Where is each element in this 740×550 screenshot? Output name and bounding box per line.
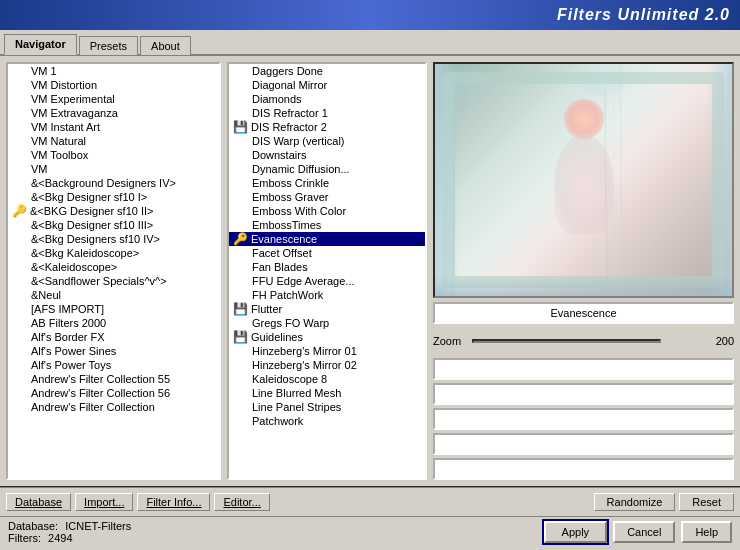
list-item[interactable]: AB Filters 2000 [8, 316, 219, 330]
cancel-button[interactable]: Cancel [613, 521, 675, 543]
database-value: ICNET-Filters [65, 520, 131, 532]
list-item[interactable]: Alf's Power Toys [8, 358, 219, 372]
list-item[interactable]: Hinzeberg's Mirror 02 [229, 358, 425, 372]
list-item[interactable]: VM [8, 162, 219, 176]
list-item[interactable]: Andrew's Filter Collection [8, 400, 219, 414]
list-item[interactable]: &<Bkg Designers sf10 IV> [8, 232, 219, 246]
list-item[interactable]: VM Extravaganza [8, 106, 219, 120]
tab-about[interactable]: About [140, 36, 191, 55]
list-item[interactable]: 💾Guidelines [229, 330, 425, 344]
right-empty-row-1 [433, 358, 734, 380]
list-item[interactable]: Line Blurred Mesh [229, 386, 425, 400]
list-item[interactable]: VM Instant Art [8, 120, 219, 134]
list-item[interactable]: VM Distortion [8, 78, 219, 92]
database-label: Database: [8, 520, 58, 532]
list-item[interactable]: Emboss Graver [229, 190, 425, 204]
tab-presets[interactable]: Presets [79, 36, 138, 55]
svg-line-3 [620, 64, 623, 296]
list-item[interactable]: Facet Offset [229, 246, 425, 260]
list-item[interactable]: 🔑&<BKG Designer sf10 II> [8, 204, 219, 218]
preview-svg-overlay [435, 64, 732, 296]
bottom-toolbar: Database Import... Filter Info... Editor… [0, 486, 740, 516]
list-item[interactable]: Patchwork [229, 414, 425, 428]
right-rows [433, 358, 734, 480]
list-item[interactable]: [AFS IMPORT] [8, 302, 219, 316]
randomize-button[interactable]: Randomize [594, 493, 676, 511]
list-item[interactable]: Line Panel Stripes [229, 400, 425, 414]
apply-button[interactable]: Apply [544, 521, 608, 543]
disk-icon: 💾 [233, 121, 248, 133]
zoom-label: Zoom [433, 335, 468, 347]
disk-icon: 💾 [233, 331, 248, 343]
list-item[interactable]: VM Experimental [8, 92, 219, 106]
list-item[interactable]: &<Bkg Kaleidoscope> [8, 246, 219, 260]
list-item[interactable]: Alf's Power Sines [8, 344, 219, 358]
svg-point-6 [440, 69, 490, 99]
list-item[interactable]: 🔑Evanescence [229, 232, 425, 246]
editor-button[interactable]: Editor... [214, 493, 269, 511]
import-button[interactable]: Import... [75, 493, 133, 511]
svg-point-7 [581, 72, 625, 96]
list-item[interactable]: &<Sandflower Specials^v^> [8, 274, 219, 288]
list-item[interactable]: Diagonal Mirror [229, 78, 425, 92]
filters-label: Filters: [8, 532, 41, 544]
list-item[interactable]: Dynamic Diffusion... [229, 162, 425, 176]
app-title: Filters Unlimited 2.0 [557, 6, 730, 24]
tabs-bar: Navigator Presets About [0, 30, 740, 56]
list-item[interactable]: VM Toolbox [8, 148, 219, 162]
list-item[interactable]: Downstairs [229, 148, 425, 162]
zoom-slider[interactable] [472, 339, 661, 343]
right-panel: Evanescence Zoom 2CC 200 [433, 62, 734, 480]
preview-image [435, 64, 732, 296]
list-item[interactable]: EmbossTimes [229, 218, 425, 232]
right-empty-row-3 [433, 408, 734, 430]
list-item[interactable]: Gregs FO Warp [229, 316, 425, 330]
list-item[interactable]: Hinzeberg's Mirror 01 [229, 344, 425, 358]
reset-button[interactable]: Reset [679, 493, 734, 511]
filter-info-button[interactable]: Filter Info... [137, 493, 210, 511]
list-item[interactable]: DIS Refractor 1 [229, 106, 425, 120]
list-item[interactable]: Kaleidoscope 8 [229, 372, 425, 386]
right-empty-row-2 [433, 383, 734, 405]
filter-name-text: Evanescence [550, 307, 616, 319]
title-bar: Filters Unlimited 2.0 [0, 0, 740, 30]
list-item[interactable]: VM 1 [8, 64, 219, 78]
list-item[interactable]: FFU Edge Average... [229, 274, 425, 288]
list-item[interactable]: DIS Warp (vertical) [229, 134, 425, 148]
filters-info: Filters: 2494 [8, 532, 544, 544]
list-item[interactable]: Andrew's Filter Collection 55 [8, 372, 219, 386]
list-item[interactable]: 💾DIS Refractor 2 [229, 120, 425, 134]
list-item[interactable]: FH PatchWork [229, 288, 425, 302]
list-item[interactable]: Emboss Crinkle [229, 176, 425, 190]
filter-item-list[interactable]: Daggers DoneDiagonal MirrorDiamondsDIS R… [227, 62, 427, 480]
key-icon: 🔑 [12, 205, 27, 217]
help-button[interactable]: Help [681, 521, 732, 543]
list-item[interactable]: &<Bkg Designer sf10 III> [8, 218, 219, 232]
left-panel: VM 1VM DistortionVM ExperimentalVM Extra… [6, 62, 221, 480]
list-item[interactable]: Andrew's Filter Collection 56 [8, 386, 219, 400]
key-icon: 🔑 [233, 233, 248, 245]
list-item[interactable]: Fan Blades [229, 260, 425, 274]
zoom-display-value: 2CC [665, 330, 700, 353]
filters-value: 2494 [48, 532, 72, 544]
list-item[interactable]: Alf's Border FX [8, 330, 219, 344]
right-empty-row-5 [433, 458, 734, 480]
database-button[interactable]: Database [6, 493, 71, 511]
database-info: Database: ICNET-Filters [8, 520, 544, 532]
tab-navigator[interactable]: Navigator [4, 34, 77, 55]
status-info: Database: ICNET-Filters Filters: 2494 [8, 520, 544, 544]
list-item[interactable]: Diamonds [229, 92, 425, 106]
list-item[interactable]: &<Kaleidoscope> [8, 260, 219, 274]
zoom-numeric-value: 200 [704, 335, 734, 347]
svg-line-1 [447, 64, 450, 296]
status-bar: Database: ICNET-Filters Filters: 2494 Ap… [0, 516, 740, 546]
list-item[interactable]: Daggers Done [229, 64, 425, 78]
filter-category-list[interactable]: VM 1VM DistortionVM ExperimentalVM Extra… [6, 62, 221, 480]
list-item[interactable]: 💾Flutter [229, 302, 425, 316]
list-item[interactable]: VM Natural [8, 134, 219, 148]
list-item[interactable]: &Neul [8, 288, 219, 302]
list-item[interactable]: Emboss With Color [229, 204, 425, 218]
list-item[interactable]: &<Background Designers IV> [8, 176, 219, 190]
list-item[interactable]: &<Bkg Designer sf10 I> [8, 190, 219, 204]
svg-line-2 [453, 84, 455, 296]
